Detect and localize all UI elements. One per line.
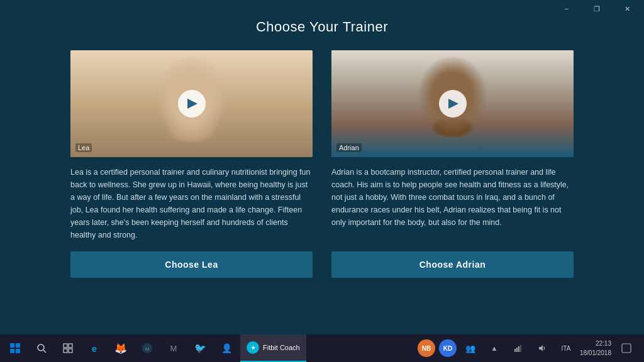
network-icon[interactable] bbox=[508, 337, 528, 359]
play-icon-lea bbox=[187, 99, 197, 109]
play-button-adrian[interactable] bbox=[439, 90, 467, 118]
trainer-photo-wrapper-lea: Lea bbox=[70, 50, 313, 157]
choose-lea-button[interactable]: Choose Lea bbox=[70, 251, 313, 278]
language-flag[interactable]: ITA bbox=[556, 337, 576, 359]
svg-marker-16 bbox=[539, 345, 543, 351]
firefox-icon[interactable]: 🦊 bbox=[108, 334, 133, 362]
svg-rect-3 bbox=[16, 349, 20, 353]
volume-icon[interactable] bbox=[532, 337, 552, 359]
taskbar-left: e 🦊 M M 🐦 👤 ★ Fitbit Coach bbox=[3, 334, 418, 362]
title-bar: − ❐ ✕ bbox=[552, 0, 644, 18]
taskbar-clock[interactable]: 22:13 18/01/2018 bbox=[580, 339, 611, 358]
page-title: Choose Your Trainer bbox=[256, 19, 388, 35]
svg-point-4 bbox=[38, 344, 44, 351]
taskbar-right: NB KD 👥 ▲ ITA 22:13 18/01/2018 bbox=[418, 337, 641, 359]
fitbit-coach-taskbar-button[interactable]: ★ Fitbit Coach bbox=[240, 334, 306, 362]
search-button[interactable] bbox=[29, 334, 54, 362]
minimize-button[interactable]: − bbox=[552, 0, 581, 18]
notification-icon[interactable] bbox=[615, 337, 638, 359]
clock-time: 22:13 bbox=[580, 339, 611, 348]
trainer-photo-wrapper-adrian: Adrian bbox=[331, 50, 574, 157]
svg-rect-0 bbox=[10, 343, 14, 348]
people-icon[interactable]: 👤 bbox=[214, 334, 239, 362]
trainer-name-lea: Lea bbox=[75, 143, 92, 152]
svg-line-5 bbox=[43, 350, 46, 353]
up-arrow-icon[interactable]: ▲ bbox=[484, 337, 504, 359]
trainer-card-lea: Lea Lea is a certified personal trainer … bbox=[70, 50, 313, 278]
trainer-bio-adrian: Adrian is a bootcamp instructor, certifi… bbox=[331, 166, 574, 241]
avatar-kd[interactable]: KD bbox=[439, 339, 457, 357]
close-button[interactable]: ✕ bbox=[613, 0, 641, 18]
trainer-card-adrian: Adrian Adrian is a bootcamp instructor, … bbox=[331, 50, 574, 278]
trainer-bio-lea: Lea is a certified personal trainer and … bbox=[70, 166, 313, 241]
svg-rect-6 bbox=[64, 344, 67, 348]
task-view-button[interactable] bbox=[55, 334, 80, 362]
edge-icon[interactable]: e bbox=[82, 334, 107, 362]
media-icon[interactable]: M bbox=[135, 334, 160, 362]
choose-adrian-button[interactable]: Choose Adrian bbox=[331, 251, 574, 278]
svg-rect-12 bbox=[514, 349, 516, 352]
play-button-lea[interactable] bbox=[178, 90, 206, 118]
maps-icon[interactable]: M bbox=[161, 334, 186, 362]
svg-rect-17 bbox=[622, 344, 631, 353]
svg-rect-14 bbox=[518, 346, 519, 352]
trainer-name-adrian: Adrian bbox=[336, 143, 362, 152]
svg-rect-15 bbox=[520, 345, 521, 352]
clock-date: 18/01/2018 bbox=[580, 348, 611, 358]
twitter-icon[interactable]: 🐦 bbox=[187, 334, 213, 362]
play-icon-adrian bbox=[448, 99, 458, 109]
svg-rect-1 bbox=[16, 343, 20, 348]
people-tray-icon[interactable]: 👥 bbox=[460, 337, 480, 359]
main-content: Choose Your Trainer Lea Lea is a certifi… bbox=[0, 0, 644, 334]
fitbit-coach-app-icon: ★ bbox=[247, 341, 259, 354]
svg-rect-2 bbox=[10, 349, 14, 353]
svg-rect-8 bbox=[64, 349, 67, 353]
svg-rect-9 bbox=[69, 349, 72, 353]
svg-text:M: M bbox=[145, 346, 150, 352]
start-button[interactable] bbox=[3, 334, 28, 362]
trainers-container: Lea Lea is a certified personal trainer … bbox=[70, 50, 574, 278]
avatar-nb[interactable]: NB bbox=[418, 339, 435, 357]
restore-button[interactable]: ❐ bbox=[582, 0, 611, 18]
fitbit-coach-app-label: Fitbit Coach bbox=[263, 344, 300, 351]
svg-rect-13 bbox=[516, 348, 518, 352]
svg-rect-7 bbox=[69, 344, 72, 348]
taskbar: e 🦊 M M 🐦 👤 ★ Fitbit Coach NB KD 👥 ▲ bbox=[0, 334, 644, 362]
